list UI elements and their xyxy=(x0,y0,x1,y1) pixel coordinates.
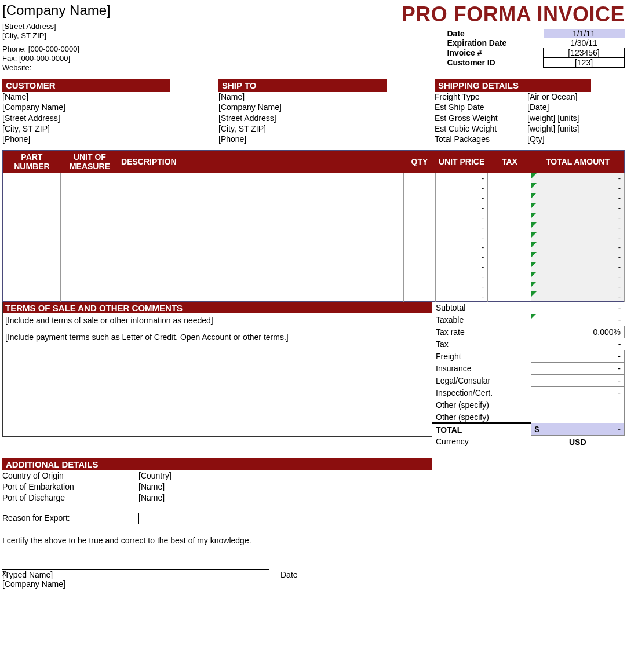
customer-name[interactable]: [Name] xyxy=(2,92,218,102)
discharge-label: Port of Discharge xyxy=(2,492,138,503)
ship-date-label: Est Ship Date xyxy=(435,102,527,112)
shipto-street[interactable]: [Street Address] xyxy=(218,113,435,123)
origin-value[interactable]: [Country] xyxy=(138,470,172,481)
terms-header: TERMS OF SALE AND OTHER COMMENTS xyxy=(3,302,432,313)
other2-label: Other (specify) xyxy=(432,411,531,423)
embark-label: Port of Embarkation xyxy=(2,481,138,492)
unit-price-cell[interactable]: - xyxy=(436,252,488,262)
freight-value[interactable]: - xyxy=(531,350,625,363)
table-row[interactable]: -- xyxy=(3,213,625,222)
shipto-company[interactable]: [Company Name] xyxy=(218,102,435,112)
terms-line-1[interactable]: [Include and terms of sale or other info… xyxy=(5,315,429,327)
company-name: [Company Name] xyxy=(2,2,111,19)
meta-table: Date 1/1/11 Expiration Date 1/30/11 Invo… xyxy=(445,29,625,68)
unit-price-cell[interactable]: - xyxy=(436,193,488,203)
insurance-value[interactable]: - xyxy=(531,363,625,375)
table-row[interactable]: -- xyxy=(3,203,625,213)
total-amount-cell: - xyxy=(531,203,625,213)
customer-street[interactable]: [Street Address] xyxy=(2,113,218,123)
packages-label: Total Packages xyxy=(435,134,527,144)
customer-company[interactable]: [Company Name] xyxy=(2,102,218,112)
total-amount-cell: - xyxy=(531,222,625,232)
unit-price-cell[interactable]: - xyxy=(436,282,488,291)
signature-line[interactable]: x xyxy=(2,560,269,570)
table-row[interactable]: -- xyxy=(3,272,625,282)
total-amount-cell: - xyxy=(531,282,625,291)
shipto-phone[interactable]: [Phone] xyxy=(218,134,435,144)
shipping-header: SHIPPING DETAILS xyxy=(435,79,591,92)
sig-date-label: Date xyxy=(280,570,298,579)
col-part: PART NUMBER xyxy=(3,151,61,173)
table-row[interactable]: -- xyxy=(3,242,625,252)
customer-id-value[interactable]: [123] xyxy=(544,58,625,68)
customer-id-label: Customer ID xyxy=(445,58,544,68)
unit-price-cell[interactable]: - xyxy=(436,203,488,213)
col-tax: TAX xyxy=(488,151,531,173)
ship-date-value[interactable]: [Date] xyxy=(527,102,549,112)
date-label: Date xyxy=(445,29,544,38)
unit-price-cell[interactable]: - xyxy=(436,262,488,272)
unit-price-cell[interactable]: - xyxy=(436,242,488,252)
insurance-label: Insurance xyxy=(432,363,531,375)
tax-value: - xyxy=(531,338,625,350)
other1-label: Other (specify) xyxy=(432,399,531,411)
embark-value[interactable]: [Name] xyxy=(138,481,165,492)
unit-price-cell[interactable]: - xyxy=(436,291,488,302)
unit-price-cell[interactable]: - xyxy=(436,173,488,183)
total-amount-cell: - xyxy=(531,272,625,282)
other1-value[interactable] xyxy=(531,399,625,411)
freight-type-value[interactable]: [Air or Ocean] xyxy=(527,92,577,102)
shipto-name[interactable]: [Name] xyxy=(218,92,435,102)
discharge-value[interactable]: [Name] xyxy=(138,492,165,503)
customer-city[interactable]: [City, ST ZIP] xyxy=(2,123,218,134)
unit-price-cell[interactable]: - xyxy=(436,232,488,242)
unit-price-cell[interactable]: - xyxy=(436,213,488,222)
customer-phone[interactable]: [Phone] xyxy=(2,134,218,144)
unit-price-cell[interactable]: - xyxy=(436,183,488,193)
table-row[interactable]: -- xyxy=(3,222,625,232)
legal-value[interactable]: - xyxy=(531,375,625,387)
unit-price-cell[interactable]: - xyxy=(436,222,488,232)
expiration-label: Expiration Date xyxy=(445,38,544,48)
inspection-value[interactable]: - xyxy=(531,387,625,399)
typed-name: [Typed Name] xyxy=(2,570,280,579)
total-value: $- xyxy=(531,423,625,436)
terms-line-2[interactable]: [Include payment terms such as Letter of… xyxy=(5,331,429,344)
table-row[interactable]: -- xyxy=(3,252,625,262)
subtotal-label: Subtotal xyxy=(432,302,531,314)
date-value[interactable]: 1/1/11 xyxy=(544,29,625,38)
other2-value[interactable] xyxy=(531,411,625,423)
total-amount-cell: - xyxy=(531,232,625,242)
total-amount-cell: - xyxy=(531,252,625,262)
company-website: Website: xyxy=(2,63,111,72)
customer-header: CUSTOMER xyxy=(2,79,170,92)
table-row[interactable]: -- xyxy=(3,291,625,302)
col-qty: QTY xyxy=(403,151,435,173)
total-amount-cell: - xyxy=(531,242,625,252)
total-amount-cell: - xyxy=(531,291,625,302)
table-row[interactable]: -- xyxy=(3,262,625,272)
table-row[interactable]: -- xyxy=(3,193,625,203)
table-row[interactable]: -- xyxy=(3,183,625,193)
packages-value[interactable]: [Qty] xyxy=(527,134,545,144)
document-title: PRO FORMA INVOICE xyxy=(402,2,625,27)
reason-label: Reason for Export: xyxy=(2,513,138,524)
reason-input[interactable] xyxy=(138,513,422,524)
table-row[interactable]: -- xyxy=(3,282,625,291)
unit-price-cell[interactable]: - xyxy=(436,272,488,282)
table-row[interactable]: -- xyxy=(3,173,625,183)
freight-type-label: Freight Type xyxy=(435,92,527,102)
table-row[interactable]: -- xyxy=(3,232,625,242)
gross-weight-value[interactable]: [weight] [units] xyxy=(527,113,579,123)
invoice-num-value[interactable]: [123456] xyxy=(544,48,625,58)
shipto-city[interactable]: [City, ST ZIP] xyxy=(218,123,435,134)
cubic-weight-value[interactable]: [weight] [units] xyxy=(527,123,579,134)
total-amount-cell: - xyxy=(531,193,625,203)
taxable-value: - xyxy=(531,314,625,326)
subtotal-value: - xyxy=(531,302,625,314)
col-price: UNIT PRICE xyxy=(436,151,488,173)
invoice-num-label: Invoice # xyxy=(445,48,544,58)
company-fax: Fax: [000-000-0000] xyxy=(2,54,111,63)
expiration-value[interactable]: 1/30/11 xyxy=(544,38,625,48)
taxrate-value[interactable]: 0.000% xyxy=(531,326,625,338)
